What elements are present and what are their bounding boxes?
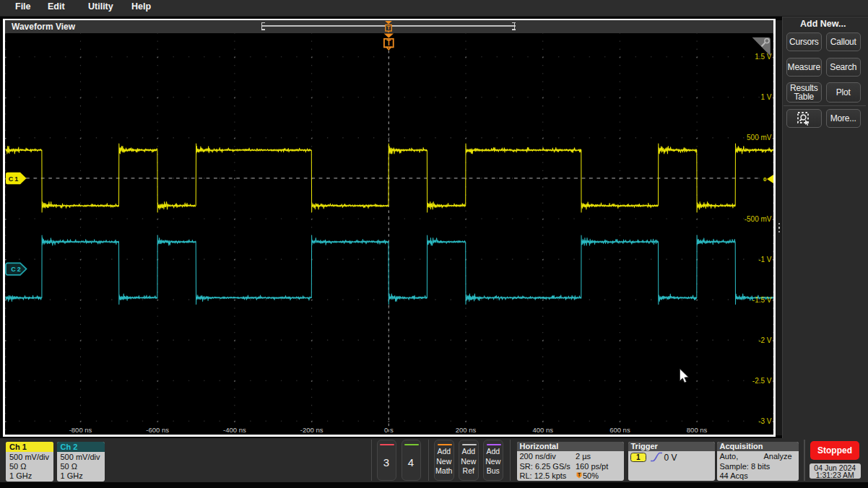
svg-text:500 mV: 500 mV bbox=[747, 134, 772, 141]
svg-text:-600 ns: -600 ns bbox=[146, 425, 169, 433]
svg-text:600 ns: 600 ns bbox=[609, 425, 630, 433]
svg-text:-1 V: -1 V bbox=[758, 255, 772, 263]
svg-text:-200 ns: -200 ns bbox=[300, 425, 323, 433]
svg-text:-2.5 V: -2.5 V bbox=[752, 376, 771, 384]
svg-text:T: T bbox=[387, 25, 391, 31]
svg-text:-500 mV: -500 mV bbox=[744, 214, 771, 222]
svg-text:-2 V: -2 V bbox=[758, 336, 772, 344]
svg-text:0: 0 bbox=[763, 175, 767, 182]
svg-text:0 s: 0 s bbox=[383, 425, 393, 433]
svg-text:-400 ns: -400 ns bbox=[223, 425, 246, 433]
svg-text:-1.5 V: -1.5 V bbox=[752, 295, 771, 303]
svg-text:T: T bbox=[386, 39, 391, 47]
svg-text:400 ns: 400 ns bbox=[532, 425, 553, 433]
svg-text:-800 ns: -800 ns bbox=[69, 425, 92, 433]
svg-text:T: T bbox=[578, 472, 581, 477]
svg-text:800 ns: 800 ns bbox=[686, 425, 707, 433]
svg-text:1 V: 1 V bbox=[760, 93, 771, 101]
svg-text:C 2: C 2 bbox=[11, 266, 20, 273]
svg-text:-3 V: -3 V bbox=[758, 417, 772, 424]
svg-text:C 1: C 1 bbox=[8, 175, 17, 182]
svg-text:200 ns: 200 ns bbox=[455, 425, 476, 433]
